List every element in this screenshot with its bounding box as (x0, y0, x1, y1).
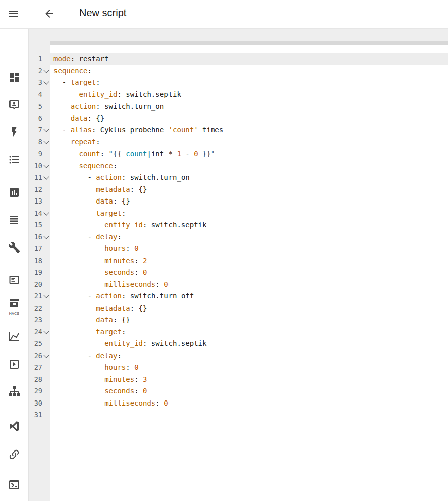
code-line[interactable]: sequence: (50, 65, 448, 77)
gutter: 13 (29, 195, 50, 208)
editor-line: 27 hours: 0 (29, 362, 448, 374)
line-number: 13 (29, 195, 42, 208)
gutter: 31 (29, 409, 50, 421)
code-line[interactable]: target: (50, 208, 448, 220)
sidebar-item-sitemap[interactable] (0, 382, 28, 403)
sidebar-item-chart-box[interactable] (0, 183, 28, 204)
gutter: 1 (29, 53, 50, 65)
editor-line: 28 minutes: 3 (29, 374, 448, 386)
editor-line: 23 data: {} (29, 314, 448, 326)
sidebar-item-link[interactable] (0, 445, 28, 466)
fold-toggle-icon[interactable] (43, 127, 49, 132)
fold-toggle-icon[interactable] (43, 210, 49, 215)
terminal-icon (8, 479, 20, 493)
code-line[interactable]: seconds: 0 (50, 385, 448, 397)
editor-line: 9 count: "{{ count|int * 1 - 0 }}" (29, 148, 448, 160)
sidebar-item-terminal[interactable] (0, 476, 28, 496)
sidebar-item-list[interactable] (0, 151, 28, 171)
gutter: 18 (29, 255, 50, 267)
line-number: 11 (29, 172, 42, 184)
editor-line: 3 - target: (29, 77, 448, 89)
code-line[interactable]: seconds: 0 (50, 267, 448, 279)
code-line[interactable]: entity_id: switch.septik (50, 219, 448, 231)
gutter: 5 (29, 101, 50, 113)
wrench-icon (8, 241, 20, 256)
line-number: 28 (29, 374, 42, 386)
code-line[interactable] (50, 409, 448, 421)
code-line[interactable]: entity_id: switch.septik (50, 89, 448, 101)
code-line[interactable]: data: {} (50, 314, 448, 326)
sidebar-item-energy-bolt[interactable] (0, 123, 28, 143)
code-line[interactable]: sequence: (50, 160, 448, 172)
code-line[interactable]: repeat: (50, 136, 448, 148)
media-play-icon (8, 358, 20, 372)
code-line[interactable]: metadata: {} (50, 303, 448, 315)
fold-toggle-icon[interactable] (43, 328, 49, 334)
code-line[interactable]: milliseconds: 0 (50, 397, 448, 410)
menu-button[interactable] (8, 8, 21, 21)
code-line[interactable]: data: {} (50, 113, 448, 125)
sidebar-item-hacs[interactable]: HACS (0, 296, 28, 316)
sidebar-item-vscode[interactable] (0, 417, 28, 437)
code-line[interactable]: hours: 0 (50, 362, 448, 374)
fold-toggle-icon[interactable] (43, 233, 49, 239)
editor-line: 8 repeat: (29, 136, 448, 148)
code-line[interactable]: minutes: 2 (50, 255, 448, 267)
gutter: 28 (29, 374, 50, 386)
gutter: 23 (29, 314, 50, 326)
code-line[interactable]: - alias: Cyklus probehne 'count' times (50, 124, 448, 136)
gutter: 20 (29, 279, 50, 291)
gutter: 4 (29, 89, 50, 101)
fold-toggle-icon[interactable] (43, 174, 49, 180)
gutter: 12 (29, 184, 50, 196)
sidebar-item-esphome[interactable] (0, 271, 28, 291)
page-title: New script (79, 7, 126, 19)
code-line[interactable]: - action: switch.turn_off (50, 290, 448, 303)
code-line[interactable]: data: {} (50, 195, 448, 208)
editor-line: 12 metadata: {} (29, 184, 448, 196)
sidebar-item-assist[interactable] (0, 95, 28, 116)
line-number: 21 (29, 290, 42, 303)
app-header: New script (0, 0, 448, 29)
code-line[interactable]: metadata: {} (50, 184, 448, 196)
fold-toggle-icon[interactable] (43, 138, 49, 144)
code-editor[interactable]: 1mode: restart2sequence:3 - target:4 ent… (29, 53, 448, 421)
gutter: 26 (29, 350, 50, 362)
fold-toggle-icon[interactable] (43, 79, 49, 85)
code-line[interactable]: - delay: (50, 231, 448, 243)
assist-icon (8, 98, 20, 113)
code-line[interactable]: milliseconds: 0 (50, 279, 448, 291)
fold-toggle-icon[interactable] (43, 352, 49, 358)
sidebar-item-wrench[interactable] (0, 238, 28, 259)
editor-top-scrollbar[interactable] (50, 41, 448, 45)
sidebar-item-line-chart[interactable] (0, 328, 28, 348)
gutter: 7 (29, 124, 50, 136)
code-line[interactable]: count: "{{ count|int * 1 - 0 }}" (50, 148, 448, 160)
hacs-label: HACS (9, 312, 20, 315)
code-line[interactable]: mode: restart (50, 53, 448, 65)
fold-toggle-icon[interactable] (43, 293, 49, 298)
code-line[interactable]: entity_id: switch.septik (50, 338, 448, 350)
back-button[interactable] (43, 8, 57, 21)
editor-line: 19 seconds: 0 (29, 267, 448, 279)
sidebar-item-stacked-bars[interactable] (0, 211, 28, 231)
code-line[interactable]: action: switch.turn_on (50, 101, 448, 113)
fold-toggle-icon[interactable] (43, 162, 49, 168)
sidebar-item-dashboard[interactable] (0, 68, 28, 88)
code-line[interactable]: - delay: (50, 350, 448, 362)
line-number: 10 (29, 160, 42, 172)
line-number: 30 (29, 397, 42, 410)
line-number: 5 (29, 101, 42, 113)
line-number: 19 (29, 267, 42, 279)
fold-toggle-icon[interactable] (43, 67, 49, 73)
gutter: 30 (29, 397, 50, 410)
code-line[interactable]: - target: (50, 77, 448, 89)
sidebar-item-media-play[interactable] (0, 355, 28, 375)
code-line[interactable]: target: (50, 326, 448, 338)
editor-line: 2sequence: (29, 65, 448, 77)
gutter: 17 (29, 243, 50, 255)
line-number: 3 (29, 77, 42, 89)
code-line[interactable]: hours: 0 (50, 243, 448, 255)
code-line[interactable]: minutes: 3 (50, 374, 448, 386)
code-line[interactable]: - action: switch.turn_on (50, 172, 448, 184)
